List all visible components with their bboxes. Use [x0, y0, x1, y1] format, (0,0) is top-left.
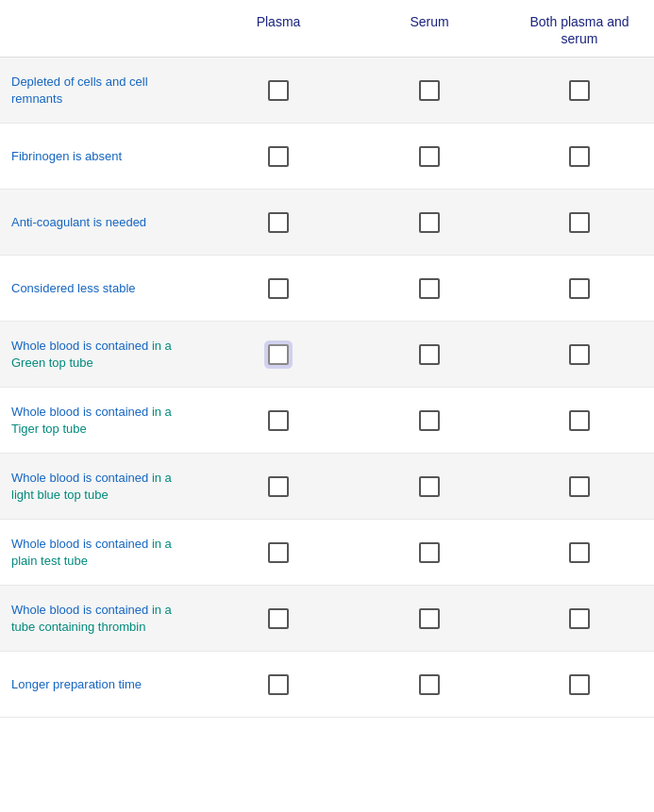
both-checkbox-row-tiger-top[interactable]: [569, 410, 590, 431]
table-row: Whole blood is contained in a tube conta…: [0, 586, 654, 652]
row-label-row-less-stable: Considered less stable: [0, 269, 203, 308]
serum-checkbox-cell-row-fibrinogen: [354, 139, 505, 174]
both-checkbox-row-fibrinogen[interactable]: [569, 146, 590, 167]
table-row: Whole blood is contained in a plain test…: [0, 520, 654, 586]
serum-checkbox-row-green-top[interactable]: [419, 344, 440, 365]
serum-checkbox-wrapper-row-longer-prep: [419, 674, 440, 695]
both-checkbox-row-green-top[interactable]: [569, 344, 590, 365]
table-row: Whole blood is contained in a Tiger top …: [0, 388, 654, 454]
plasma-checkbox-cell-row-depleted: [203, 73, 354, 108]
row-label-row-longer-prep: Longer preparation time: [0, 665, 203, 704]
plasma-checkbox-row-anticoagulant[interactable]: [268, 212, 289, 233]
serum-checkbox-cell-row-tiger-top: [354, 403, 505, 439]
plasma-checkbox-wrapper-row-fibrinogen: [268, 146, 289, 167]
row-label-row-light-blue: Whole blood is contained in a light blue…: [0, 458, 203, 515]
quiz-table: Plasma Serum Both plasma and serum Deple…: [0, 0, 654, 718]
row-label-row-thrombin: Whole blood is contained in a tube conta…: [0, 590, 203, 647]
header-serum: Serum: [354, 9, 505, 51]
row-label-row-plain-test: Whole blood is contained in a plain test…: [0, 524, 203, 581]
both-checkbox-cell-row-depleted: [505, 73, 654, 108]
serum-checkbox-row-anticoagulant[interactable]: [419, 212, 440, 233]
serum-checkbox-wrapper-row-less-stable: [419, 278, 440, 299]
table-row: Considered less stable: [0, 256, 654, 322]
both-checkbox-cell-row-longer-prep: [505, 667, 654, 703]
both-checkbox-wrapper-row-plain-test: [569, 542, 590, 563]
plasma-checkbox-cell-row-thrombin: [203, 601, 354, 637]
plasma-checkbox-row-green-top[interactable]: [268, 344, 289, 365]
plasma-checkbox-row-fibrinogen[interactable]: [268, 146, 289, 167]
row-label-row-anticoagulant: Anti-coagulant is needed: [0, 203, 203, 242]
plasma-checkbox-row-thrombin[interactable]: [268, 608, 289, 629]
serum-checkbox-row-fibrinogen[interactable]: [419, 146, 440, 167]
both-checkbox-row-light-blue[interactable]: [569, 476, 590, 497]
serum-checkbox-wrapper-row-anticoagulant: [419, 212, 440, 233]
row-label-row-fibrinogen: Fibrinogen is absent: [0, 137, 203, 176]
plasma-checkbox-row-longer-prep[interactable]: [268, 674, 289, 695]
plasma-checkbox-cell-row-green-top: [203, 337, 354, 373]
plasma-checkbox-wrapper-row-thrombin: [268, 608, 289, 629]
plasma-checkbox-row-less-stable[interactable]: [268, 278, 289, 299]
serum-checkbox-cell-row-green-top: [354, 337, 505, 373]
both-checkbox-row-less-stable[interactable]: [569, 278, 590, 299]
plasma-checkbox-cell-row-longer-prep: [203, 667, 354, 703]
both-checkbox-row-anticoagulant[interactable]: [569, 212, 590, 233]
serum-checkbox-wrapper-row-thrombin: [419, 608, 440, 629]
serum-checkbox-row-longer-prep[interactable]: [419, 674, 440, 695]
both-checkbox-row-thrombin[interactable]: [569, 608, 590, 629]
serum-checkbox-row-plain-test[interactable]: [419, 542, 440, 563]
table-row: Whole blood is contained in a Green top …: [0, 322, 654, 388]
header-both: Both plasma and serum: [505, 9, 654, 51]
plasma-checkbox-row-light-blue[interactable]: [268, 476, 289, 497]
table-row: Whole blood is contained in a light blue…: [0, 454, 654, 520]
both-checkbox-cell-row-tiger-top: [505, 403, 654, 439]
plasma-checkbox-cell-row-tiger-top: [203, 403, 354, 439]
both-checkbox-wrapper-row-less-stable: [569, 278, 590, 299]
plasma-checkbox-cell-row-fibrinogen: [203, 139, 354, 174]
serum-checkbox-cell-row-anticoagulant: [354, 205, 505, 240]
row-label-row-depleted: Depleted of cells and cell remnants: [0, 62, 203, 119]
serum-checkbox-wrapper-row-light-blue: [419, 476, 440, 497]
table-row: Fibrinogen is absent: [0, 124, 654, 190]
serum-checkbox-row-less-stable[interactable]: [419, 278, 440, 299]
row-label-row-tiger-top: Whole blood is contained in a Tiger top …: [0, 392, 203, 449]
both-checkbox-wrapper-row-anticoagulant: [569, 212, 590, 233]
table-row: Longer preparation time: [0, 652, 654, 718]
serum-checkbox-row-tiger-top[interactable]: [419, 410, 440, 431]
row-label-row-green-top: Whole blood is contained in a Green top …: [0, 326, 203, 383]
plasma-checkbox-cell-row-less-stable: [203, 271, 354, 307]
both-checkbox-wrapper-row-light-blue: [569, 476, 590, 497]
serum-checkbox-cell-row-longer-prep: [354, 667, 505, 703]
plasma-checkbox-wrapper-row-depleted: [268, 80, 289, 101]
plasma-checkbox-wrapper-row-anticoagulant: [268, 212, 289, 233]
table-row: Depleted of cells and cell remnants: [0, 58, 654, 124]
both-checkbox-row-depleted[interactable]: [569, 80, 590, 101]
serum-checkbox-wrapper-row-depleted: [419, 80, 440, 101]
plasma-checkbox-cell-row-plain-test: [203, 535, 354, 571]
serum-checkbox-cell-row-light-blue: [354, 469, 505, 505]
plasma-checkbox-wrapper-row-light-blue: [268, 476, 289, 497]
serum-checkbox-wrapper-row-fibrinogen: [419, 146, 440, 167]
plasma-checkbox-cell-row-light-blue: [203, 469, 354, 505]
plasma-checkbox-wrapper-row-tiger-top: [268, 410, 289, 431]
serum-checkbox-cell-row-depleted: [354, 73, 505, 108]
both-checkbox-cell-row-light-blue: [505, 469, 654, 505]
header-label-col: [0, 9, 203, 51]
plasma-checkbox-wrapper-row-green-top: [268, 344, 289, 365]
both-checkbox-row-longer-prep[interactable]: [569, 674, 590, 695]
plasma-checkbox-row-plain-test[interactable]: [268, 542, 289, 563]
serum-checkbox-row-thrombin[interactable]: [419, 608, 440, 629]
serum-checkbox-wrapper-row-green-top: [419, 344, 440, 365]
plasma-checkbox-row-tiger-top[interactable]: [268, 410, 289, 431]
both-checkbox-cell-row-less-stable: [505, 271, 654, 307]
header-plasma: Plasma: [203, 9, 354, 51]
serum-checkbox-cell-row-thrombin: [354, 601, 505, 637]
serum-checkbox-row-depleted[interactable]: [419, 80, 440, 101]
table-header: Plasma Serum Both plasma and serum: [0, 0, 654, 58]
both-checkbox-row-plain-test[interactable]: [569, 542, 590, 563]
plasma-checkbox-row-depleted[interactable]: [268, 80, 289, 101]
table-body: Depleted of cells and cell remnantsFibri…: [0, 58, 654, 718]
plasma-checkbox-cell-row-anticoagulant: [203, 205, 354, 240]
serum-checkbox-row-light-blue[interactable]: [419, 476, 440, 497]
both-checkbox-wrapper-row-thrombin: [569, 608, 590, 629]
table-row: Anti-coagulant is needed: [0, 190, 654, 256]
